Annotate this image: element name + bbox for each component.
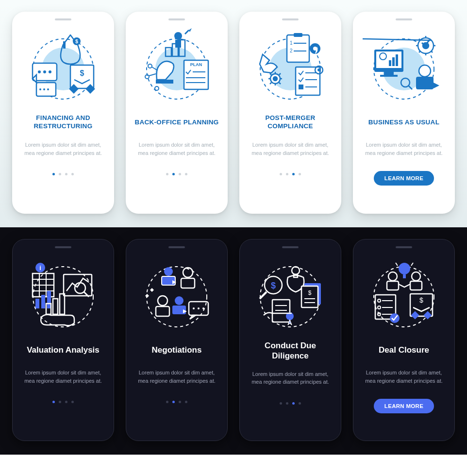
card-title: Valuation Analysis — [27, 340, 100, 360]
clipboard-gears-icon: 1 2 — [249, 25, 332, 108]
svg-rect-160 — [411, 311, 419, 320]
handshake-checklist-icon: $ — [363, 253, 445, 336]
svg-point-10 — [38, 70, 41, 73]
svg-point-109 — [164, 267, 173, 276]
card-description: Lorem ipsum dolor sit dim amet, mea regi… — [359, 369, 449, 392]
dot[interactable] — [280, 173, 282, 175]
dot[interactable] — [166, 173, 168, 175]
people-chat-icon — [135, 253, 218, 336]
card-title: Negotiations — [152, 340, 202, 360]
svg-rect-116 — [156, 306, 169, 316]
svg-line-32 — [149, 74, 156, 76]
pagination-dots — [166, 401, 187, 403]
svg-rect-97 — [35, 299, 39, 308]
svg-rect-114 — [181, 278, 195, 288]
dot[interactable] — [299, 173, 301, 175]
dot[interactable] — [172, 173, 175, 175]
dark-section: i Valuation Analysis Lorem ipsum dolor s… — [0, 227, 467, 455]
svg-rect-84 — [396, 54, 398, 66]
dot[interactable] — [286, 173, 288, 175]
svg-point-17 — [47, 88, 49, 90]
svg-rect-61 — [299, 85, 303, 89]
svg-point-103 — [75, 283, 85, 293]
card-title: BACK-OFFICE PLANNING — [134, 113, 218, 132]
dot[interactable] — [179, 401, 181, 403]
svg-point-115 — [158, 296, 167, 306]
svg-rect-2 — [63, 41, 66, 49]
dot[interactable] — [299, 402, 301, 405]
dot[interactable] — [280, 402, 282, 405]
svg-text:PLAN: PLAN — [190, 62, 202, 67]
dot[interactable] — [292, 402, 295, 405]
svg-rect-79 — [384, 72, 394, 75]
svg-point-126 — [292, 267, 300, 274]
svg-rect-27 — [156, 80, 173, 84]
svg-line-74 — [431, 51, 433, 52]
onboarding-card-backoffice: PLAN BACK-OFFICE PLANNING Lorem ipsum do… — [126, 12, 228, 214]
svg-point-117 — [175, 296, 183, 305]
phone-speaker — [282, 18, 299, 20]
dot[interactable] — [71, 173, 74, 175]
svg-line-130 — [260, 292, 267, 299]
svg-rect-83 — [392, 57, 395, 66]
svg-marker-23 — [189, 28, 192, 32]
phone-speaker — [168, 246, 185, 248]
svg-line-144 — [411, 263, 413, 266]
dot[interactable] — [179, 173, 181, 175]
card-description: Lorem ipsum dolor sit dim amet, mea regi… — [18, 141, 108, 164]
pagination-dots — [166, 173, 187, 175]
dot[interactable] — [292, 173, 295, 175]
phone-speaker — [168, 18, 185, 20]
monitor-gear-check-icon — [363, 25, 445, 108]
dot[interactable] — [59, 401, 61, 403]
svg-point-16 — [43, 88, 45, 90]
dot[interactable] — [71, 401, 74, 403]
svg-rect-142 — [403, 274, 406, 278]
dot[interactable] — [52, 173, 55, 175]
svg-point-85 — [419, 65, 431, 77]
svg-point-12 — [49, 70, 51, 73]
card-title: BUSINESS AS USUAL — [368, 113, 439, 132]
dot[interactable] — [166, 401, 168, 403]
onboarding-card-due-diligence: $ $ Conduct Due Diligence Lorem ipsum do… — [239, 239, 341, 441]
svg-line-143 — [396, 263, 398, 266]
svg-rect-82 — [389, 60, 391, 66]
onboarding-card-compliance: 1 2 POST-MERGER COMPLI — [239, 12, 341, 214]
dot[interactable] — [52, 401, 55, 403]
phone-speaker — [282, 246, 299, 248]
dot[interactable] — [286, 402, 288, 405]
svg-point-11 — [43, 70, 46, 73]
pagination-dots — [280, 173, 301, 175]
svg-line-75 — [419, 51, 420, 52]
card-description: Lorem ipsum dolor sit dim amet, mea regi… — [359, 141, 449, 164]
dot[interactable] — [59, 173, 61, 175]
svg-text:$: $ — [75, 39, 78, 44]
svg-rect-106 — [53, 299, 58, 314]
svg-point-49 — [273, 77, 277, 81]
onboarding-card-financing: $ $ FINANCING AND RESTRUCTURING Lorem ip… — [12, 12, 114, 214]
svg-rect-148 — [410, 281, 422, 290]
svg-point-30 — [155, 86, 159, 90]
svg-rect-58 — [296, 67, 320, 95]
card-description: Lorem ipsum dolor sit dim amet, mea regi… — [246, 370, 335, 393]
onboarding-card-valuation: i Valuation Analysis Lorem ipsum dolor s… — [12, 239, 114, 441]
dot[interactable] — [65, 173, 67, 175]
dot[interactable] — [65, 401, 67, 403]
learn-more-button[interactable]: LEARN MORE — [374, 399, 434, 413]
card-description: Lorem ipsum dolor sit dim amet, mea regi… — [132, 369, 221, 392]
card-description: Lorem ipsum dolor sit dim amet, mea regi… — [18, 369, 108, 392]
svg-point-108 — [147, 267, 207, 327]
card-title: Conduct Due Diligence — [246, 340, 335, 361]
dot[interactable] — [185, 401, 187, 403]
svg-point-121 — [193, 307, 195, 309]
pagination-dots — [52, 173, 74, 175]
svg-point-15 — [39, 88, 41, 90]
dot[interactable] — [185, 173, 187, 175]
svg-point-141 — [399, 263, 410, 274]
magnifier-dollar-docs-icon: $ $ — [249, 253, 332, 336]
chess-plan-icon: PLAN — [135, 25, 218, 108]
money-bag-handshake-icon: $ $ — [22, 25, 104, 108]
learn-more-button[interactable]: LEARN MORE — [374, 171, 434, 186]
dot[interactable] — [172, 401, 175, 403]
chart-hand-search-icon: i — [22, 253, 104, 336]
